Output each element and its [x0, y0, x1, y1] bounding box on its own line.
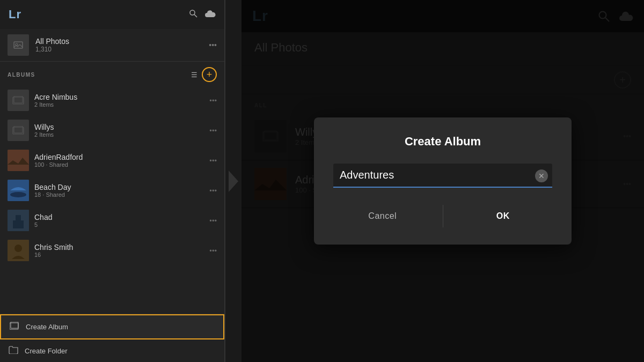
- album-name-input[interactable]: [333, 164, 552, 188]
- list-item[interactable]: AdrienRadford 100 · Shared •••: [0, 145, 224, 175]
- create-album-menu-item[interactable]: Create Album: [0, 314, 224, 339]
- album-more-button[interactable]: •••: [209, 127, 217, 135]
- left-header: Lr: [0, 0, 224, 29]
- add-album-button[interactable]: +: [202, 67, 217, 82]
- cancel-button[interactable]: Cancel: [333, 205, 432, 227]
- album-thumbnail: [8, 90, 29, 111]
- create-album-icon: [10, 322, 19, 332]
- all-photos-thumbnail: [8, 34, 29, 56]
- album-thumbnail: [8, 210, 29, 231]
- list-item[interactable]: Beach Day 18 · Shared •••: [0, 175, 224, 205]
- album-name: Chris Smith: [34, 243, 204, 252]
- list-item[interactable]: Willys 2 Items •••: [0, 115, 224, 145]
- all-photos-count: 1,310: [35, 46, 202, 53]
- svg-line-1: [194, 14, 197, 17]
- action-divider: [443, 205, 443, 227]
- svg-point-10: [10, 192, 26, 197]
- album-meta: 100 · Shared: [34, 161, 204, 168]
- arrow-divider: [225, 0, 241, 362]
- album-meta: 2 Items: [34, 101, 204, 108]
- album-thumbnail: [8, 120, 29, 141]
- album-info: Acre Nimbus 2 Items: [34, 93, 204, 108]
- ok-button[interactable]: OK: [454, 205, 553, 227]
- album-thumbnail: [8, 150, 29, 171]
- album-meta: 18 · Shared: [34, 191, 204, 198]
- arrow-shape: [229, 171, 238, 192]
- create-folder-label: Create Folder: [25, 347, 67, 355]
- svg-rect-2: [14, 42, 23, 48]
- modal-input-wrapper: ✕: [333, 164, 552, 188]
- album-meta: 2 Items: [34, 131, 204, 138]
- album-thumbnail: [8, 180, 29, 201]
- album-list: Acre Nimbus 2 Items ••• Willys 2 Items •…: [0, 85, 224, 314]
- modal-overlay: Create Album ✕ Cancel OK: [241, 0, 644, 362]
- lr-logo-left: Lr: [9, 8, 21, 21]
- create-album-label: Create Album: [26, 323, 68, 331]
- album-info: Willys 2 Items: [34, 123, 204, 138]
- create-album-dialog: Create Album ✕ Cancel OK: [314, 117, 572, 245]
- album-name: Acre Nimbus: [34, 93, 204, 101]
- all-photos-more-button[interactable]: •••: [209, 41, 217, 49]
- list-icon[interactable]: ☰: [191, 71, 197, 79]
- search-button-left[interactable]: [189, 9, 197, 20]
- svg-point-0: [190, 10, 195, 15]
- album-info: AdrienRadford 100 · Shared: [34, 153, 204, 168]
- album-name: Beach Day: [34, 183, 204, 191]
- albums-actions: ☰ +: [191, 67, 217, 82]
- album-more-button[interactable]: •••: [209, 187, 217, 195]
- all-photos-item[interactable]: All Photos 1,310 •••: [0, 29, 224, 62]
- all-photos-title: All Photos: [35, 37, 202, 46]
- album-meta: 16: [34, 252, 204, 258]
- album-more-button[interactable]: •••: [209, 247, 217, 255]
- album-info: Chris Smith 16: [34, 243, 204, 258]
- list-item[interactable]: Chad 5 •••: [0, 205, 224, 235]
- svg-point-15: [14, 245, 22, 252]
- bottom-menu: Create Album Create Folder: [0, 314, 224, 362]
- albums-label: ALBUMS: [8, 72, 35, 78]
- album-thumbnail: [8, 240, 29, 261]
- cloud-button-left[interactable]: [205, 10, 216, 19]
- album-more-button[interactable]: •••: [209, 217, 217, 225]
- album-name: Willys: [34, 123, 204, 131]
- album-info: Beach Day 18 · Shared: [34, 183, 204, 198]
- create-folder-menu-item[interactable]: Create Folder: [0, 339, 224, 362]
- album-more-button[interactable]: •••: [209, 97, 217, 105]
- album-meta: 5: [34, 221, 204, 228]
- album-more-button[interactable]: •••: [209, 157, 217, 165]
- create-folder-icon: [9, 346, 18, 356]
- svg-rect-8: [8, 150, 29, 171]
- svg-point-3: [16, 43, 18, 46]
- album-info: Chad 5: [34, 213, 204, 228]
- album-name: AdrienRadford: [34, 153, 204, 161]
- modal-title: Create Album: [333, 135, 552, 149]
- clear-input-button[interactable]: ✕: [535, 169, 548, 182]
- svg-rect-13: [16, 215, 21, 221]
- modal-actions: Cancel OK: [333, 205, 552, 227]
- left-panel: Lr All Photos 1,310 ••• ALBUMS ☰ +: [0, 0, 225, 362]
- all-photos-info: All Photos 1,310: [35, 37, 202, 53]
- album-name: Chad: [34, 213, 204, 221]
- right-panel: Lr All Photos + ALL Willys 2 Items: [241, 0, 644, 362]
- svg-rect-12: [13, 220, 24, 228]
- header-icons: [189, 9, 216, 20]
- albums-header: ALBUMS ☰ +: [0, 62, 224, 85]
- list-item[interactable]: Acre Nimbus 2 Items •••: [0, 85, 224, 115]
- list-item[interactable]: Chris Smith 16 •••: [0, 235, 224, 265]
